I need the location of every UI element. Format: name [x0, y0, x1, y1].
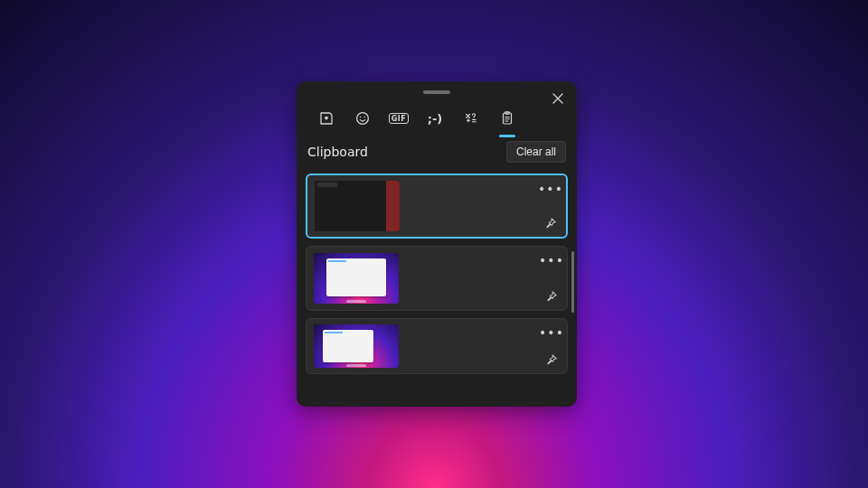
item-more-button[interactable]: •••: [542, 250, 561, 270]
svg-point-2: [364, 117, 366, 118]
tab-clipboard[interactable]: [497, 108, 517, 128]
svg-point-1: [360, 117, 362, 118]
item-actions: •••: [541, 179, 561, 233]
pin-icon: [544, 217, 557, 230]
gif-icon: GIF: [389, 113, 410, 124]
item-actions: •••: [542, 323, 561, 370]
item-more-button[interactable]: •••: [541, 179, 561, 199]
svg-rect-4: [504, 113, 512, 124]
pin-icon: [545, 290, 558, 303]
clipboard-list: •••: [297, 174, 577, 383]
emoji-clipboard-panel: GIF ;-) Clipboard Clear all: [297, 81, 577, 407]
symbols-icon: [463, 110, 479, 127]
clear-all-button[interactable]: Clear all: [506, 141, 566, 163]
clipboard-thumbnail: [314, 324, 399, 368]
item-more-button[interactable]: •••: [542, 323, 561, 343]
item-pin-button[interactable]: [542, 286, 561, 306]
category-tabs: GIF ;-): [297, 94, 577, 139]
kaomoji-icon: ;-): [428, 112, 443, 126]
close-icon: [552, 93, 563, 104]
svg-point-0: [357, 113, 369, 125]
pin-icon: [545, 353, 558, 366]
smiley-icon: [354, 110, 371, 127]
item-pin-button[interactable]: [542, 350, 561, 370]
clipboard-icon: [499, 110, 515, 127]
tab-gif[interactable]: GIF: [389, 108, 409, 128]
clipboard-item[interactable]: •••: [306, 174, 568, 239]
clipboard-thumbnail: [314, 253, 399, 304]
scrollbar-thumb[interactable]: [571, 251, 574, 313]
clipboard-thumbnail: [315, 181, 400, 231]
tab-recent[interactable]: [316, 108, 336, 128]
tab-kaomoji[interactable]: ;-): [425, 108, 445, 128]
svg-point-3: [473, 117, 474, 118]
item-actions: •••: [542, 250, 561, 306]
tab-emoji[interactable]: [353, 108, 373, 128]
close-button[interactable]: [548, 89, 568, 108]
clipboard-item[interactable]: •••: [306, 246, 568, 311]
section-title: Clipboard: [307, 145, 368, 159]
sticker-heart-icon: [318, 110, 335, 127]
tab-symbols[interactable]: [461, 108, 481, 128]
section-header: Clipboard Clear all: [297, 139, 577, 174]
clipboard-item[interactable]: •••: [306, 318, 568, 374]
item-pin-button[interactable]: [541, 213, 561, 233]
